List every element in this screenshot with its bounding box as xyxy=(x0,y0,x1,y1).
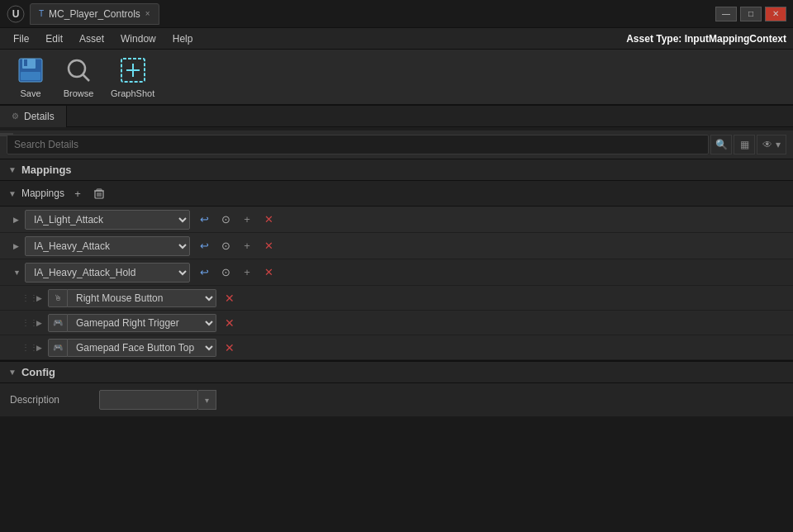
heavy-attack-reset-btn[interactable]: ↩ xyxy=(195,237,213,255)
gfbt-input-icon: 🎮 xyxy=(48,339,68,357)
mappings-section: ▼ Mappings + ▶ IA_Light_Attack ↩ ⊙ + ✕ xyxy=(0,181,793,360)
delete-mapping-button[interactable] xyxy=(91,185,107,202)
graphshot-icon xyxy=(118,55,148,85)
heavy-attack-hold-delete-btn[interactable]: ✕ xyxy=(259,264,278,282)
mappings-title: Mappings xyxy=(21,164,72,176)
asset-type-label: Asset Type: xyxy=(626,33,681,45)
light-attack-actions: ↩ ⊙ + ✕ xyxy=(195,211,278,229)
grt-input-icon: 🎮 xyxy=(48,314,68,332)
drag-handle-grt[interactable]: ⋮⋮ xyxy=(23,318,36,327)
sub-mapping-row-grt: ⋮⋮ ▶ 🎮 Gamepad Right Trigger ✕ xyxy=(0,311,793,335)
menu-help[interactable]: Help xyxy=(166,31,200,46)
tab-icon: T xyxy=(39,9,44,18)
title-bar: U T MC_Player_Controls × — □ ✕ xyxy=(0,0,793,28)
sub-mapping-row-rmb: ⋮⋮ ▶ 🖱 Right Mouse Button ✕ xyxy=(0,286,793,311)
rmb-input-icon: 🖱 xyxy=(48,289,68,307)
ue-logo: U xyxy=(7,5,25,23)
browse-button[interactable]: Browse xyxy=(58,52,99,102)
menu-edit[interactable]: Edit xyxy=(39,31,69,46)
graphshot-label: GraphShot xyxy=(111,88,154,98)
heavy-attack-hold-select[interactable]: IA_Heavy_Attack_Hold xyxy=(25,263,190,283)
mappings-toolbar-label: Mappings xyxy=(21,188,64,199)
mapping-row-heavy-attack: ▶ IA_Heavy_Attack ↩ ⊙ + ✕ xyxy=(0,233,793,259)
grt-select[interactable]: Gamepad Right Trigger xyxy=(68,314,216,332)
search-button[interactable]: 🔍 xyxy=(710,135,732,154)
heavy-attack-search-btn[interactable]: ⊙ xyxy=(216,237,235,255)
eye-button[interactable]: 👁 ▾ xyxy=(757,135,786,154)
menu-asset[interactable]: Asset xyxy=(73,31,111,46)
title-bar-left: U T MC_Player_Controls × xyxy=(7,3,159,25)
heavy-attack-hold-add-btn[interactable]: + xyxy=(238,264,256,282)
mappings-sub-arrow: ▼ xyxy=(8,189,17,198)
save-label: Save xyxy=(20,88,40,98)
description-input[interactable] xyxy=(99,390,198,410)
drag-handle-gfbt[interactable]: ⋮⋮ xyxy=(23,343,36,352)
light-attack-delete-btn[interactable]: ✕ xyxy=(259,211,278,229)
window-controls: — □ ✕ xyxy=(715,7,786,21)
tab-title: MC_Player_Controls xyxy=(49,8,140,20)
rmb-select[interactable]: Right Mouse Button xyxy=(68,289,216,307)
drag-handle-rmb[interactable]: ⋮⋮ xyxy=(23,293,36,302)
config-body: Description ▾ xyxy=(0,383,793,416)
mappings-arrow: ▼ xyxy=(8,165,17,174)
sub-arrow-rmb[interactable]: ▶ xyxy=(36,294,48,302)
heavy-attack-hold-search-btn[interactable]: ⊙ xyxy=(216,264,235,282)
search-bar: 🔍 ▦ 👁 ▾ xyxy=(0,131,793,159)
gfbt-delete-btn[interactable]: ✕ xyxy=(221,340,238,356)
svg-line-7 xyxy=(83,74,89,81)
main-tab[interactable]: T MC_Player_Controls × xyxy=(30,3,159,25)
graphshot-button[interactable]: GraphShot xyxy=(106,52,159,102)
light-attack-search-btn[interactable]: ⊙ xyxy=(216,211,235,229)
asset-type-info: Asset Type: InputMappingContext xyxy=(626,33,786,45)
tab-details-label: Details xyxy=(24,111,55,122)
mapping-row-heavy-attack-hold: ▼ IA_Heavy_Attack_Hold ↩ ⊙ + ✕ xyxy=(0,259,793,286)
toolbar: Save Browse GraphShot xyxy=(0,50,793,106)
asset-type-value: InputMappingContext xyxy=(685,33,786,45)
menu-file[interactable]: File xyxy=(7,31,36,46)
grid-view-button[interactable]: ▦ xyxy=(734,135,755,154)
config-section: ▼ Config Description ▾ xyxy=(0,360,793,416)
heavy-attack-actions: ↩ ⊙ + ✕ xyxy=(195,237,278,255)
gfbt-select[interactable]: Gamepad Face Button Top xyxy=(68,339,216,357)
heavy-attack-expand-arrow[interactable]: ▶ xyxy=(13,242,25,250)
svg-rect-5 xyxy=(21,72,40,80)
heavy-attack-delete-btn[interactable]: ✕ xyxy=(259,237,278,255)
details-icon: ⚙ xyxy=(12,112,19,121)
browse-label: Browse xyxy=(64,88,94,98)
config-arrow: ▼ xyxy=(8,368,17,377)
search-input[interactable] xyxy=(7,135,709,154)
tab-strip: ⚙ Details xyxy=(0,106,793,127)
menu-items: File Edit Asset Window Help xyxy=(7,31,199,46)
mapping-row-light-attack: ▶ IA_Light_Attack ↩ ⊙ + ✕ xyxy=(0,207,793,233)
tab-close-btn[interactable]: × xyxy=(145,9,150,18)
minimize-btn[interactable]: — xyxy=(715,7,737,21)
heavy-attack-hold-expand-arrow[interactable]: ▼ xyxy=(13,268,25,277)
grt-delete-btn[interactable]: ✕ xyxy=(221,315,238,331)
mappings-toolbar: ▼ Mappings + xyxy=(0,181,793,207)
light-attack-add-btn[interactable]: + xyxy=(238,211,256,229)
menu-bar: File Edit Asset Window Help Asset Type: … xyxy=(0,28,793,50)
maximize-btn[interactable]: □ xyxy=(740,7,762,21)
description-dropdown-btn[interactable]: ▾ xyxy=(198,390,216,410)
svg-text:U: U xyxy=(12,8,20,20)
save-button[interactable]: Save xyxy=(10,52,51,102)
svg-rect-4 xyxy=(24,59,27,66)
sub-arrow-grt[interactable]: ▶ xyxy=(36,319,48,327)
light-attack-select[interactable]: IA_Light_Attack xyxy=(25,210,190,230)
config-title: Config xyxy=(21,366,55,378)
heavy-attack-hold-reset-btn[interactable]: ↩ xyxy=(195,264,213,282)
light-attack-expand-arrow[interactable]: ▶ xyxy=(13,216,25,224)
menu-window[interactable]: Window xyxy=(114,31,163,46)
browse-icon xyxy=(64,55,93,85)
config-section-header[interactable]: ▼ Config xyxy=(0,362,793,383)
description-label: Description xyxy=(10,394,93,406)
mappings-section-header[interactable]: ▼ Mappings xyxy=(0,159,793,181)
heavy-attack-add-btn[interactable]: + xyxy=(238,237,256,255)
sub-arrow-gfbt[interactable]: ▶ xyxy=(36,344,48,352)
light-attack-reset-btn[interactable]: ↩ xyxy=(195,211,213,229)
heavy-attack-select[interactable]: IA_Heavy_Attack xyxy=(25,236,190,256)
tab-details[interactable]: ⚙ Details xyxy=(0,106,67,127)
rmb-delete-btn[interactable]: ✕ xyxy=(221,290,238,306)
add-mapping-button[interactable]: + xyxy=(69,185,86,202)
close-btn[interactable]: ✕ xyxy=(765,7,786,21)
